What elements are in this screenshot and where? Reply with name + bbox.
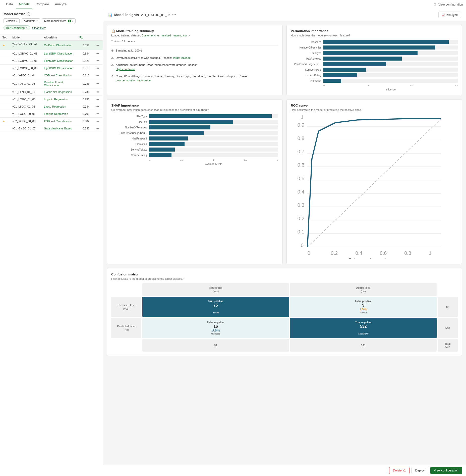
svg-text:0: 0 [301,243,304,248]
algorithm-link[interactable]: Random Forest Classification [44,81,63,87]
insights-dots-menu[interactable]: ••• [172,13,176,17]
algorithm-link[interactable]: Logistic Regression [44,112,68,115]
row-dots-menu[interactable]: ••• [94,73,100,77]
cm-row1-total: 84 [438,297,458,317]
perm-bar-fill [323,51,418,55]
more-filters-btn[interactable]: More model filters 1 ▾ [42,18,76,23]
sampling-tag: 100% sampling ✕ [4,25,30,30]
nav-compare[interactable]: Compare [32,0,52,9]
row-dots-menu[interactable]: ••• [94,126,100,130]
top-cell [0,79,10,88]
model-name-cell: v01_XGBC_01_04 [10,72,41,79]
shap-bar-row: ServiceRating [111,153,278,157]
view-config-button[interactable]: View configuration [430,467,462,474]
table-row[interactable]: v01_LGBMC_00_00LightGBM Classification0.… [0,65,103,72]
shap-bar-label: PlanType [111,115,149,118]
algorithm-link[interactable]: XGBoost Classification [44,120,72,123]
svg-text:0.7: 0.7 [298,149,305,154]
nav-data[interactable]: Data [3,0,16,9]
row-dots-menu[interactable]: ••• [94,112,100,116]
table-row[interactable]: v01_LOGC_01_00Logistic Regression0.736••… [0,96,103,103]
col-f1[interactable]: F1 [77,34,92,41]
perm-bar-track [323,68,458,72]
table-row[interactable]: v01_LSOC_01_05Lasso Regression0.734••• [0,103,103,110]
clear-filters-btn[interactable]: Clear filters [32,26,46,29]
table-row[interactable]: v01_XGBC_01_04XGBoost Classification0.81… [0,72,103,79]
algorithm-link[interactable]: Elastic Net Regression [44,90,72,93]
algorithm-link[interactable]: LightGBM Classification [44,67,73,70]
row-dots-menu[interactable]: ••• [94,97,100,101]
table-row[interactable]: v01_LGBMC_01_01LightGBM Classification0.… [0,57,103,65]
deploy-button[interactable]: Deploy [412,467,428,474]
algorithm-link[interactable]: LightGBM Classification [44,52,73,55]
col-top: Top [0,34,10,41]
delete-button[interactable]: Delete v1 [389,467,410,474]
analyze-icon: 📈 [442,13,445,17]
algorithm-link[interactable]: Logistic Regression [44,98,68,101]
dataset-link[interactable]: Customer churn revised - training.csv [142,34,187,37]
remove-sampling-filter[interactable]: ✕ [26,26,28,29]
delete-model-icon[interactable]: ✕ [12,45,14,48]
info-icon[interactable]: i [27,12,30,16]
algorithm-filter[interactable]: Algorithm ▾ [22,18,40,23]
row-actions-cell: ••• [92,41,103,50]
col-algorithm[interactable]: Algorithm [41,34,77,41]
dropped-item-2: ⚠ AdditionalFeatureSpend, PriorPeriodUsa… [111,63,278,71]
table-row[interactable]: v01_ELNC_01_06Elastic Net Regression0.73… [0,88,103,96]
table-row[interactable]: v01_LGBMC_01_08LightGBM Classification0.… [0,50,103,57]
algorithm-cell: Elastic Net Regression [41,88,77,96]
row-dots-menu[interactable]: ••• [94,52,100,56]
algorithm-link[interactable]: Gaussian Naive Bayes [44,127,72,130]
table-row[interactable]: ★v01_CATBC_01_02 ✕CatBoost Classificatio… [0,41,103,50]
cm-fn-cell: False negative 16 17.58% Miss rate [142,318,289,338]
row-dots-menu[interactable]: ••• [94,119,100,123]
row-dots-menu[interactable]: ••• [94,59,100,63]
shap-bar-row: PriorPeriodUsage-Rou... [111,131,278,135]
low-perm-link[interactable]: Low permutation importance [116,79,151,82]
algorithm-link[interactable]: Lasso Regression [44,105,66,108]
row-dots-menu[interactable]: ••• [94,105,100,109]
star-icon: ★ [3,43,5,47]
version-filter[interactable]: Version ▾ [4,18,20,23]
svg-text:0.2: 0.2 [331,250,338,256]
perm-bar-track [323,57,458,61]
shap-bar-track [149,148,278,152]
warning-icon-3: ⚠ [111,74,114,78]
cm-bottom-corner [111,339,141,352]
roc-title: ROC curve [291,104,458,107]
permutation-importance-card: Permutation importance How much does the… [286,25,462,95]
f1-cell: 0.818 [77,65,92,72]
nav-analyze[interactable]: Analyze [52,0,70,9]
row-dots-menu[interactable]: ••• [94,66,100,70]
row-dots-menu[interactable]: ••• [94,90,100,94]
content-area: 📋 Model training summary Loaded training… [103,21,466,360]
nav-models[interactable]: Models [16,0,32,9]
algorithm-link[interactable]: LightGBM Classification [44,59,73,62]
table-row[interactable]: ★v02_XGBC_00_00XGBoost Classification0.6… [0,118,103,125]
shap-bar-label: PriorPeriodUsage-Rou... [111,132,149,134]
row-actions-cell: ••• [92,118,103,125]
col-model[interactable]: Model [10,34,41,41]
f1-cell: 0.786 [77,79,92,88]
row-dots-menu[interactable]: ••• [94,82,100,86]
algorithm-cell: Gaussian Naive Bayes [41,125,77,132]
perm-bar-fill [323,79,341,83]
row-dots-menu[interactable]: ••• [94,43,100,47]
table-row[interactable]: v01_GNBC_01_07Gaussian Naive Bayes0.633•… [0,125,103,132]
table-row[interactable]: v01_RAFC_01_03Random Forest Classificati… [0,79,103,88]
model-name-cell: v01_GNBC_01_07 [10,125,41,132]
cm-subtitle: How accurate is the model at predicting … [111,277,458,280]
analyze-button[interactable]: 📈 Analyze [438,12,461,18]
sidebar-filters: Version ▾ Algorithm ▾ More model filters… [4,18,99,23]
algorithm-cell: XGBoost Classification [41,72,77,79]
algorithm-link[interactable]: XGBoost Classification [44,74,72,77]
svg-text:0.1: 0.1 [298,229,305,234]
view-config-nav[interactable]: ⚙ View configuration [434,3,463,6]
training-summary-title: 📋 Model training summary [111,29,278,33]
algorithm-link[interactable]: CatBoost Classification [44,44,72,47]
algorithm-cell: Lasso Regression [41,103,77,110]
target-leakage-link[interactable]: Target leakage [172,56,191,59]
insights-header: 📊 Model insights v01_CATBC_01_02 ••• 📈 A… [103,9,466,21]
shap-bar-fill [149,142,185,146]
table-row[interactable]: v01_LOGC_00_01Logistic Regression0.705••… [0,110,103,118]
